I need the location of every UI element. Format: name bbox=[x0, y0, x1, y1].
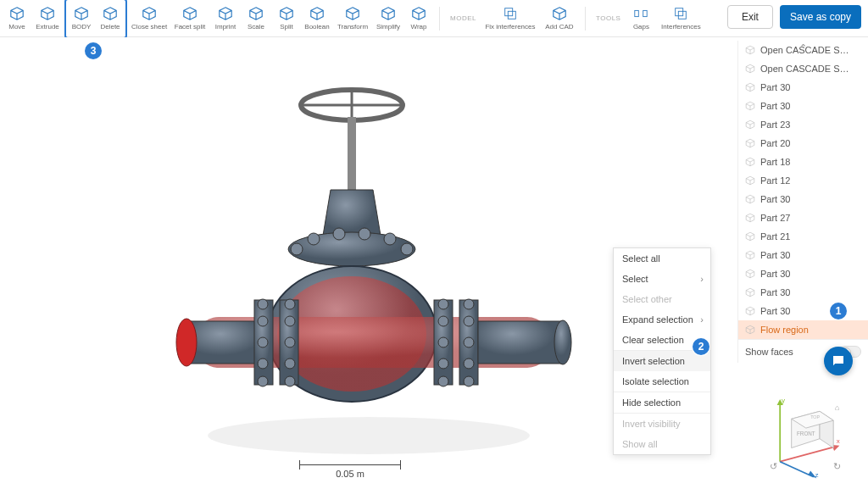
tree-item-label: Part 30 bbox=[760, 269, 790, 279]
move-tool[interactable]: Move bbox=[3, 1, 31, 36]
gaps-tool[interactable]: Gaps bbox=[627, 1, 654, 36]
svg-point-34 bbox=[258, 299, 268, 309]
tree-item[interactable]: Part 23 bbox=[738, 115, 868, 134]
close-sheet-tool[interactable]: Close sheet bbox=[131, 1, 168, 36]
svg-text:↻: ↻ bbox=[833, 461, 841, 471]
svg-point-52 bbox=[438, 376, 448, 386]
tree-item[interactable]: Part 18 bbox=[738, 153, 868, 171]
wrap-tool[interactable]: Wrap bbox=[405, 1, 432, 36]
context-menu-item[interactable]: Select all bbox=[614, 248, 710, 269]
tools-group-label: TOOLS bbox=[593, 14, 624, 22]
interferences-tool[interactable]: Interferences bbox=[658, 1, 704, 36]
context-menu-item[interactable]: Select bbox=[614, 269, 710, 289]
svg-point-25 bbox=[384, 233, 396, 245]
exit-button[interactable]: Exit bbox=[727, 5, 773, 29]
body-tool-group: BODY Delete bbox=[64, 0, 127, 39]
tree-item[interactable]: Open CASCADE S… bbox=[738, 59, 868, 78]
scale-tool[interactable]: Scale bbox=[242, 1, 270, 36]
tree-item[interactable]: Part 21 bbox=[738, 227, 868, 246]
tree-item-label: Part 21 bbox=[760, 231, 790, 242]
tree-item-label: Part 27 bbox=[760, 213, 790, 223]
fix-interferences-icon bbox=[503, 6, 518, 21]
tree-item-label: Part 30 bbox=[760, 250, 790, 260]
interferences-icon bbox=[673, 6, 688, 21]
part-icon bbox=[745, 194, 755, 204]
svg-point-53 bbox=[464, 299, 474, 309]
tree-item-label: Part 12 bbox=[760, 175, 790, 186]
fix-interferences-tool[interactable]: Fix interferences bbox=[483, 1, 537, 36]
axis-y-label: y bbox=[782, 397, 786, 404]
split-tool[interactable]: Split bbox=[273, 1, 300, 36]
simplify-icon bbox=[381, 6, 396, 21]
add-cad-icon bbox=[552, 6, 567, 21]
tree-scroll-up[interactable]: ⌃ bbox=[799, 42, 807, 53]
scene-tree-panel: Open CASCADE S…Open CASCADE S…Part 30Par… bbox=[737, 41, 868, 363]
context-menu-item: Show all bbox=[614, 434, 710, 454]
svg-rect-46 bbox=[478, 321, 563, 364]
svg-point-31 bbox=[176, 319, 197, 366]
simplify-tool[interactable]: Simplify bbox=[375, 1, 402, 36]
valve-model-render bbox=[161, 80, 585, 470]
tree-item[interactable]: Part 30 bbox=[738, 264, 868, 283]
context-menu-item[interactable]: Isolate selection bbox=[614, 371, 710, 392]
svg-point-54 bbox=[464, 316, 474, 326]
transform-tool[interactable]: Transform bbox=[334, 1, 371, 36]
scene-tree-list[interactable]: Open CASCADE S…Open CASCADE S…Part 30Par… bbox=[738, 41, 868, 339]
svg-point-36 bbox=[258, 337, 268, 347]
svg-point-26 bbox=[401, 243, 413, 255]
imprint-tool[interactable]: Imprint bbox=[212, 1, 239, 36]
svg-point-42 bbox=[285, 358, 295, 369]
tree-item[interactable]: Part 20 bbox=[738, 134, 868, 153]
facet-split-icon bbox=[182, 6, 198, 21]
tree-item-label: Part 30 bbox=[760, 101, 790, 111]
svg-text:TOP: TOP bbox=[810, 414, 820, 420]
add-cad-tool[interactable]: Add CAD bbox=[541, 1, 578, 36]
extrude-tool[interactable]: Extrude bbox=[34, 1, 61, 36]
part-icon bbox=[745, 119, 755, 130]
tree-item-label: Part 30 bbox=[760, 306, 790, 316]
svg-point-55 bbox=[464, 337, 474, 347]
part-icon bbox=[745, 175, 755, 186]
context-menu-item[interactable]: Hide selection bbox=[614, 392, 710, 413]
svg-point-39 bbox=[285, 299, 295, 309]
scale-label: 0.05 m bbox=[299, 469, 401, 479]
delete-tool[interactable]: Delete bbox=[97, 1, 124, 36]
svg-rect-11 bbox=[635, 10, 639, 16]
tree-item[interactable]: Part 27 bbox=[738, 208, 868, 227]
split-icon bbox=[279, 6, 294, 21]
tree-item[interactable]: Part 30 bbox=[738, 246, 868, 264]
imprint-icon bbox=[218, 6, 233, 21]
move-icon bbox=[9, 6, 25, 21]
part-icon bbox=[745, 64, 755, 74]
facet-split-tool[interactable]: Facet split bbox=[171, 1, 209, 36]
close-sheet-icon bbox=[142, 6, 157, 21]
svg-point-56 bbox=[464, 358, 474, 369]
context-menu-item: Invert visibility bbox=[614, 414, 710, 434]
boolean-tool[interactable]: Boolean bbox=[303, 1, 331, 36]
body-tool[interactable]: BODY bbox=[68, 1, 95, 36]
tree-item-flow-region[interactable]: Flow region bbox=[738, 320, 868, 339]
navigation-cube[interactable]: y x z FRONT TOP ⌂ ↺ ↻ bbox=[766, 394, 843, 479]
tree-item[interactable]: Part 30 bbox=[738, 190, 868, 208]
tree-item-label: Part 30 bbox=[760, 82, 790, 92]
axis-z-label: z bbox=[815, 471, 819, 479]
svg-rect-14 bbox=[679, 11, 687, 19]
save-as-copy-button[interactable]: Save as copy bbox=[780, 5, 861, 29]
tree-item[interactable]: Part 30 bbox=[738, 78, 868, 97]
part-icon bbox=[745, 82, 755, 92]
tree-item[interactable]: Part 30 bbox=[738, 302, 868, 320]
tree-item[interactable]: Part 12 bbox=[738, 171, 868, 190]
svg-point-23 bbox=[333, 228, 345, 240]
svg-point-21 bbox=[291, 243, 303, 255]
scale-bar: 0.05 m bbox=[299, 464, 401, 479]
svg-point-37 bbox=[258, 358, 268, 369]
svg-point-50 bbox=[438, 337, 448, 347]
tree-item[interactable]: Part 30 bbox=[738, 283, 868, 302]
tree-item[interactable]: Part 30 bbox=[738, 97, 868, 115]
help-chat-button[interactable] bbox=[824, 347, 853, 375]
svg-point-20 bbox=[288, 232, 415, 266]
context-menu-item[interactable]: Expand selection bbox=[614, 309, 710, 330]
scale-icon bbox=[248, 6, 264, 21]
svg-text:FRONT: FRONT bbox=[797, 431, 815, 436]
svg-point-58 bbox=[208, 417, 530, 454]
